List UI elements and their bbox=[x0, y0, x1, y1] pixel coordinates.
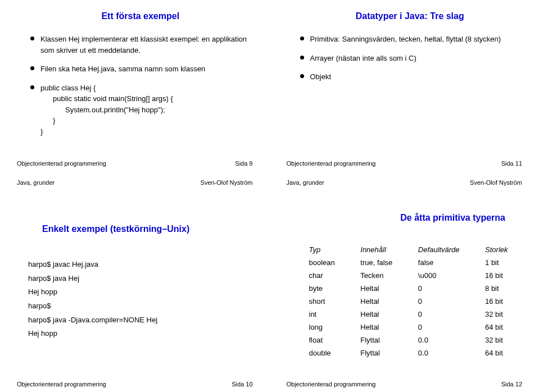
table-cell: 0.0 bbox=[418, 336, 474, 344]
table-header: Defaultvärde bbox=[418, 245, 474, 254]
table-cell: byte bbox=[309, 284, 350, 293]
table-cell: Flyttal bbox=[360, 336, 407, 344]
table-cell: float bbox=[309, 336, 350, 344]
slide-12: De åtta primitiva typerna Typ Innehåll D… bbox=[270, 196, 540, 392]
table-cell: false bbox=[418, 258, 474, 267]
table-cell: Heltal bbox=[360, 297, 407, 306]
slide-footer: Objectorienterad programmering Sida 10 bbox=[17, 381, 253, 388]
table-cell: short bbox=[309, 297, 350, 306]
code-line: System.out.println("Hej hopp"); bbox=[65, 104, 253, 116]
slide-footer: Java, grunder Sven-Olof Nyström bbox=[17, 179, 253, 186]
footer-page: Sida 10 bbox=[232, 381, 252, 388]
table-cell: 1 bit bbox=[485, 258, 522, 267]
bullet-item: Primitiva: Sanningsvärden, tecken, helta… bbox=[298, 34, 523, 45]
code-line: public class Hej { bbox=[40, 83, 253, 94]
slide-heading: Ett första exempel bbox=[28, 11, 253, 21]
footer-author: Sven-Olof Nyström bbox=[201, 179, 253, 186]
terminal-line: harpo$ javac Hej.java bbox=[28, 258, 253, 272]
terminal-line: Hej hopp bbox=[28, 285, 253, 299]
table-cell: 8 bit bbox=[485, 284, 522, 293]
terminal-line: harpo$ java Hej bbox=[28, 272, 253, 286]
table-cell: double bbox=[309, 349, 350, 357]
bullet-item: Arrayer (nästan inte alls som i C) bbox=[298, 53, 523, 64]
table-cell: 0 bbox=[418, 284, 474, 293]
code-line: } bbox=[53, 115, 253, 126]
slide-footer: Objectorienterad programmering Sida 12 bbox=[287, 381, 523, 388]
slide-heading: De åtta primitiva typerna bbox=[298, 213, 523, 223]
types-table: Typ Innehåll Defaultvärde Storlek boolea… bbox=[309, 245, 523, 357]
bullet-list: Primitiva: Sanningsvärden, tecken, helta… bbox=[298, 34, 523, 90]
terminal-line: Hej hopp bbox=[28, 327, 253, 341]
table-cell: boolean bbox=[309, 258, 350, 267]
table-cell: Heltal bbox=[360, 323, 407, 331]
table-cell: 32 bit bbox=[485, 336, 522, 344]
code-line: public static void main(String[] args) { bbox=[53, 93, 253, 104]
table-cell: true, false bbox=[360, 258, 407, 267]
table-cell: 0 bbox=[418, 310, 474, 318]
table-header: Storlek bbox=[485, 245, 522, 254]
slide-midline: Objectorienterad programmering Sida 9 bbox=[17, 160, 253, 167]
table-cell: 0 bbox=[418, 297, 474, 306]
footer-course: Objectorienterad programmering bbox=[287, 381, 376, 388]
table-cell: Heltal bbox=[360, 310, 407, 318]
footer-author: Sven-Olof Nyström bbox=[470, 179, 522, 186]
code-line: } bbox=[40, 126, 253, 138]
table-cell: char bbox=[309, 271, 350, 280]
table-cell: \u000 bbox=[418, 271, 474, 280]
terminal-output: harpo$ javac Hej.java harpo$ java Hej He… bbox=[28, 258, 253, 341]
slide-10: Enkelt exempel (testkörning–Unix) harpo$… bbox=[0, 196, 270, 392]
footer-page: Sida 12 bbox=[501, 381, 522, 388]
footer-topic: Java, grunder bbox=[17, 179, 55, 186]
bullet-item: Objekt bbox=[298, 71, 523, 83]
table-cell: 0.0 bbox=[418, 349, 474, 357]
slide-heading: Enkelt exempel (testkörning–Unix) bbox=[28, 224, 253, 234]
table-cell: Tecken bbox=[360, 271, 407, 280]
bullet-list: Klassen Hej implementerar ett klassiskt … bbox=[28, 34, 253, 145]
table-cell: 16 bit bbox=[485, 297, 522, 306]
table-cell: long bbox=[309, 323, 350, 331]
terminal-line: harpo$ java -Djava.compiler=NONE Hej bbox=[28, 313, 253, 327]
table-cell: Flyttal bbox=[360, 349, 407, 357]
table-cell: int bbox=[309, 310, 350, 318]
bullet-item: Klassen Hej implementerar ett klassiskt … bbox=[28, 34, 253, 56]
slide-heading: Datatyper i Java: Tre slag bbox=[298, 11, 523, 21]
table-header: Innehåll bbox=[360, 245, 407, 254]
table-cell: 0 bbox=[418, 323, 474, 331]
table-header: Typ bbox=[309, 245, 350, 254]
bullet-item: public class Hej { public static void ma… bbox=[28, 83, 253, 138]
footer-course: Objectorienterad programmering bbox=[17, 160, 106, 167]
footer-page: Sida 11 bbox=[501, 160, 522, 167]
table-cell: 64 bit bbox=[485, 323, 522, 331]
footer-page: Sida 9 bbox=[235, 160, 252, 167]
footer-topic: Java, grunder bbox=[287, 179, 324, 186]
bullet-item: Filen ska heta Hej.java, samma namn som … bbox=[28, 63, 253, 75]
table-cell: 64 bit bbox=[485, 349, 522, 357]
table-cell: 32 bit bbox=[485, 310, 522, 318]
slide-midline: Objectorienterad programmering Sida 11 bbox=[287, 160, 523, 167]
slide-9: Ett första exempel Klassen Hej implement… bbox=[0, 0, 270, 196]
table-cell: Heltal bbox=[360, 284, 407, 293]
footer-course: Objectorienterad programmering bbox=[17, 381, 106, 388]
footer-course: Objectorienterad programmering bbox=[287, 160, 376, 167]
slide-footer: Java, grunder Sven-Olof Nyström bbox=[287, 179, 523, 186]
table-cell: 16 bit bbox=[485, 271, 522, 280]
terminal-line: harpo$ bbox=[28, 299, 253, 313]
slide-11: Datatyper i Java: Tre slag Primitiva: Sa… bbox=[270, 0, 540, 196]
